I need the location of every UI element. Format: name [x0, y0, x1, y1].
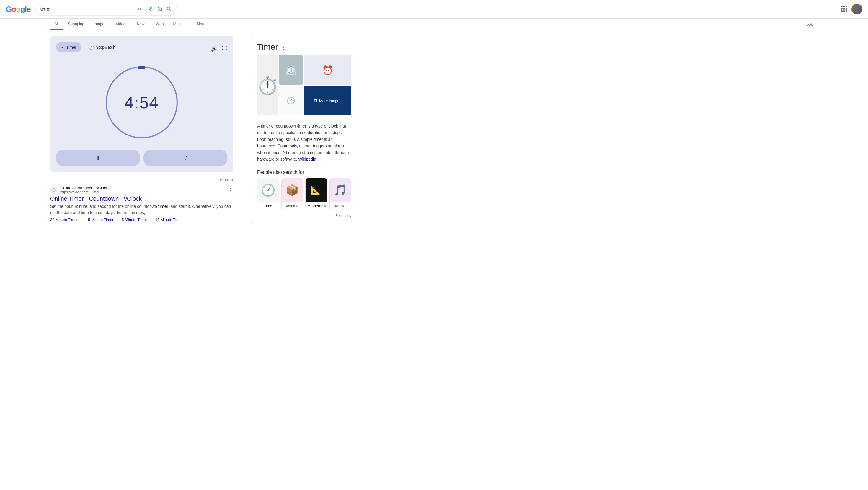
tab-shopping[interactable]: Shopping	[64, 19, 88, 30]
kp-images-grid: ⏱️ ⏲️ ⏰ 🕐 🖼 More images	[257, 55, 351, 115]
volume-icon: 📦	[285, 184, 299, 196]
tab-web[interactable]: Web	[152, 19, 168, 30]
result-link-30min[interactable]: 30 Minute Timer	[50, 218, 78, 222]
kp-image-4[interactable]: 🕐	[279, 86, 303, 115]
left-column: ✓ Timer 🕐 Stopwatch 🔊 ⛶	[50, 36, 233, 226]
tab-videos[interactable]: Videos	[112, 19, 132, 30]
stopwatch-tab-button[interactable]: 🕐 Stopwatch	[84, 42, 120, 52]
timer-action-buttons: ⏸ ↺	[56, 150, 227, 166]
tab-news[interactable]: News	[133, 19, 151, 30]
google-logo: Google	[6, 5, 31, 14]
voice-search-button[interactable]	[148, 6, 154, 12]
more-images-button[interactable]: 🖼 More images	[304, 86, 351, 115]
result-more-button[interactable]: ⋮	[228, 187, 233, 193]
knowledge-panel-card: Timer ⋮ ⏱️ ⏲️ ⏰ 🕐	[251, 36, 357, 224]
kp-feedback-link[interactable]: Feedback	[257, 214, 351, 218]
search-box[interactable]: timer ✕	[35, 3, 177, 16]
music-icon: 🎵	[334, 184, 347, 196]
timer-image-icon-2: ⏲️	[285, 65, 297, 75]
pause-icon: ⏸	[95, 155, 101, 161]
timer-image-icon-3: ⏰	[322, 65, 333, 75]
knowledge-panel: Timer ⋮ ⏱️ ⏲️ ⏰ 🕐	[251, 36, 357, 226]
result-link-5min[interactable]: 5 Minute Timer	[122, 218, 147, 222]
tab-maps[interactable]: Maps	[169, 19, 187, 30]
svg-rect-4	[138, 66, 145, 69]
search-result-vclock: 🕐 Online Alarm Clock - vClock https://vc…	[50, 182, 233, 226]
kp-image-1[interactable]: ⏱️	[257, 55, 278, 115]
result-title[interactable]: Online Timer - Countdown - vClock	[50, 195, 233, 202]
result-quick-links: 30 Minute Timer · 15 Minute Timer · 5 Mi…	[50, 218, 233, 222]
kp-description: A timer or countdown timer is a type of …	[257, 119, 351, 162]
result-snippet: Set the hour, minute, and second for the…	[50, 203, 233, 216]
timer-tab-button[interactable]: ✓ Timer	[56, 42, 81, 52]
volume-search-image: 📦	[282, 178, 303, 202]
reset-icon: ↺	[183, 155, 188, 161]
mathematics-search-label: Mathematics	[306, 202, 327, 210]
math-search-image: 📐	[306, 178, 327, 202]
timer-pause-button[interactable]: ⏸	[56, 150, 140, 166]
fullscreen-button[interactable]: ⛶	[222, 45, 227, 52]
kp-more-images[interactable]: 🖼 More images	[304, 86, 351, 115]
tab-images[interactable]: Images	[89, 19, 111, 30]
also-search-music[interactable]: 🎵 Music	[330, 178, 351, 210]
timer-reset-button[interactable]: ↺	[144, 150, 227, 166]
sound-toggle-button[interactable]: 🔊	[211, 45, 217, 52]
music-search-label: Music	[330, 202, 351, 210]
kp-wikipedia-link[interactable]: Wikipedia	[298, 157, 316, 161]
stopwatch-icon: 🕐	[88, 44, 94, 50]
widget-feedback-link[interactable]: Feedback	[50, 178, 233, 182]
site-url: https://vclock.com › timer	[60, 190, 108, 194]
main-layout: ✓ Timer 🕐 Stopwatch 🔊 ⛶	[0, 30, 413, 226]
user-avatar[interactable]: 👤	[851, 4, 862, 14]
time-search-label: Time	[257, 202, 279, 210]
image-icon: 🖼	[314, 99, 317, 103]
lens-search-button[interactable]	[157, 6, 163, 12]
also-search-volume[interactable]: 📦 Volume	[281, 178, 303, 210]
also-search-time[interactable]: 🕐 Time	[257, 178, 279, 210]
search-input[interactable]: timer	[40, 6, 134, 12]
result-link-15min[interactable]: 15 Minute Timer	[86, 218, 113, 222]
site-favicon: 🕐	[50, 187, 57, 194]
timer-widget: ✓ Timer 🕐 Stopwatch 🔊 ⛶	[50, 36, 233, 172]
clock-icon: 🕐	[261, 183, 275, 197]
tab-more[interactable]: ⋮ More	[188, 19, 210, 30]
result-site-info: 🕐 Online Alarm Clock - vClock https://vc…	[50, 186, 233, 194]
math-icon: 📐	[311, 185, 321, 195]
header: Google timer ✕ 👤	[0, 0, 868, 19]
tab-all[interactable]: All	[50, 19, 63, 30]
google-search-button[interactable]	[166, 6, 172, 12]
timer-top-controls: 🔊 ⛶	[211, 45, 227, 52]
kp-image-3[interactable]: ⏰	[304, 55, 351, 85]
music-search-image: 🎵	[330, 178, 351, 202]
also-search-grid: 🕐 Time 📦 Volume 📐 Mathematics	[257, 178, 351, 210]
timer-circle-area: 4:54	[56, 61, 227, 144]
tools-tab[interactable]: Tools	[801, 19, 818, 30]
also-search-title: People also search for	[257, 166, 351, 175]
also-search-mathematics[interactable]: 📐 Mathematics	[305, 178, 327, 210]
kp-image-2[interactable]: ⏲️	[279, 55, 303, 85]
kp-title-row: Timer ⋮	[257, 42, 351, 52]
result-link-10min[interactable]: 10 Minute Timer	[155, 218, 183, 222]
timer-circle[interactable]: 4:54	[100, 61, 183, 144]
check-icon: ✓	[61, 45, 64, 50]
timer-mode-tabs: ✓ Timer 🕐 Stopwatch	[56, 42, 120, 52]
clear-search-button[interactable]: ✕	[137, 6, 142, 12]
timer-image-icon-4: 🕐	[286, 96, 295, 105]
kp-more-button[interactable]: ⋮	[280, 43, 286, 51]
volume-search-label: Volume	[282, 202, 303, 210]
time-search-image: 🕐	[257, 178, 279, 202]
kp-title-text: Timer	[257, 42, 278, 52]
timer-image-icon-1: ⏱️	[257, 75, 278, 96]
header-right: 👤	[841, 4, 862, 14]
apps-grid-icon[interactable]	[841, 6, 848, 13]
timer-time-value[interactable]: 4:54	[125, 93, 159, 112]
site-name: Online Alarm Clock - vClock	[60, 186, 108, 190]
nav-tabs: All Shopping Images Videos News Web Maps…	[0, 19, 868, 30]
svg-point-1	[159, 8, 161, 9]
